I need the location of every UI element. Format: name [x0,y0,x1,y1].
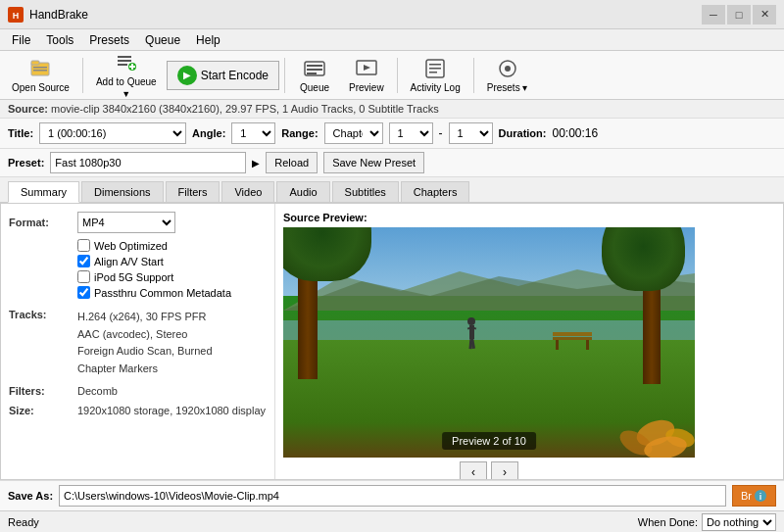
save-new-preset-button[interactable]: Save New Preset [323,152,424,173]
window-title: HandBrake [29,8,702,22]
app-icon: H [8,7,24,23]
reload-button[interactable]: Reload [266,152,318,173]
tab-chapters[interactable]: Chapters [401,181,470,202]
start-encode-button[interactable]: ▶ Start Encode [167,61,279,90]
browse-icon: i [754,489,767,503]
tab-subtitles[interactable]: Subtitles [332,181,399,202]
size-label: Size: [9,405,77,416]
duration-label: Duration: [499,127,547,139]
angle-select[interactable]: 1 [231,122,275,144]
preset-label: Preset: [8,157,44,169]
filters-row: Filters: Decomb [9,385,267,397]
preset-expand-icon: ▶ [252,158,260,169]
menu-tools[interactable]: Tools [38,31,81,49]
separator-3 [397,58,398,93]
saveas-label: Save As: [8,490,53,502]
align-av-label: Align A/V Start [94,256,164,267]
svg-rect-20 [429,68,441,70]
svg-rect-15 [307,73,317,74]
source-info: Source: movie-clip 3840x2160 (3840x2160)… [0,100,784,119]
tab-dimensions[interactable]: Dimensions [81,181,163,202]
tab-summary[interactable]: Summary [8,181,79,203]
preset-bar: Preset: ▶ Reload Save New Preset [0,149,784,177]
separator-2 [284,58,285,93]
svg-rect-11 [129,66,135,68]
summary-panel: Format: MP4 MKV Web Optimized Align A/V … [1,204,275,479]
queue-icon [303,57,326,80]
main-panels: Format: MP4 MKV Web Optimized Align A/V … [0,203,784,480]
open-source-icon [28,57,52,80]
queue-dropdown-arrow: ▼ [122,89,130,99]
preview-panel: Source Preview: [275,204,783,479]
saveas-input[interactable] [59,485,726,507]
close-button[interactable]: ✕ [753,5,776,24]
when-done-select[interactable]: Do nothing Shutdown Suspend [702,513,776,531]
duration-value: 00:00:16 [552,126,598,140]
tracks-list: H.264 (x264), 30 FPS PFR AAC (avcodec), … [77,309,213,377]
range-label: Range: [281,127,318,139]
range-dash: - [439,126,443,140]
tab-filters[interactable]: Filters [166,181,220,202]
svg-rect-3 [31,61,39,65]
ipod-label: iPod 5G Support [94,271,173,283]
ipod-checkbox[interactable] [77,270,90,283]
range-type-select[interactable]: Chapters [324,122,383,144]
minimize-button[interactable]: ─ [702,5,725,24]
right-tree-top [602,227,685,291]
track-item-3: Chapter Markers [77,361,213,378]
format-select[interactable]: MP4 MKV [77,212,175,233]
presets-label: Presets ▾ [487,82,528,93]
svg-rect-7 [118,60,131,62]
add-queue-icon [115,51,138,74]
window-controls: ─ □ ✕ [702,5,776,24]
svg-marker-17 [364,65,370,71]
preset-input[interactable] [50,152,246,173]
align-av-row: Align A/V Start [77,255,267,267]
menu-queue[interactable]: Queue [137,31,188,49]
preview-prev-button[interactable]: ‹ [460,461,487,480]
preview-overlay: Preview 2 of 10 [442,432,536,450]
size-row: Size: 1920x1080 storage, 1920x1080 displ… [9,405,267,416]
source-details: 3840x2160 (3840x2160), 29.97 FPS, 1 Audi… [103,103,439,115]
add-to-queue-button[interactable]: Add to Queue ▼ [88,47,165,103]
passthru-label: Passthru Common Metadata [94,287,231,299]
web-optimized-checkbox[interactable] [77,239,90,252]
browse-button[interactable]: Br i [732,485,776,507]
svg-rect-4 [33,67,47,69]
tab-audio[interactable]: Audio [276,181,329,202]
open-source-button[interactable]: Open Source [4,53,77,97]
status-text: Ready [8,516,39,528]
toolbar: Open Source Add to Queue ▼ ▶ Start Encod… [0,51,784,100]
menu-presets[interactable]: Presets [81,31,137,49]
passthru-checkbox[interactable] [77,286,90,299]
queue-button[interactable]: Queue [290,53,339,97]
svg-rect-28 [556,340,559,350]
tab-video[interactable]: Video [221,181,274,202]
presets-icon [496,57,519,80]
passthru-row: Passthru Common Metadata [77,286,267,299]
ipod-row: iPod 5G Support [77,270,267,283]
preview-icon [355,57,378,80]
preview-next-button[interactable]: › [491,461,518,480]
title-select[interactable]: 1 (00:00:16) [39,122,186,144]
activity-log-button[interactable]: Activity Log [403,53,468,97]
preview-button[interactable]: Preview [341,53,392,97]
when-done-label: When Done: [638,516,698,528]
preview-label: Source Preview: [283,212,368,223]
svg-rect-6 [118,56,131,58]
svg-rect-19 [429,64,441,66]
title-label: Title: [8,127,33,139]
align-av-checkbox[interactable] [77,255,90,267]
filters-label: Filters: [9,385,77,397]
range-end-select[interactable]: 1 [449,122,493,144]
web-optimized-label: Web Optimized [94,240,168,252]
menu-file[interactable]: File [4,31,38,49]
presets-button[interactable]: Presets ▾ [479,53,536,97]
menu-help[interactable]: Help [188,31,228,49]
track-item-2: Foreign Audio Scan, Burned [77,343,213,361]
range-start-select[interactable]: 1 [389,122,433,144]
play-icon: ▶ [177,66,197,85]
separator-4 [473,58,474,93]
maximize-button[interactable]: □ [727,5,751,24]
tabs: Summary Dimensions Filters Video Audio S… [0,177,784,203]
